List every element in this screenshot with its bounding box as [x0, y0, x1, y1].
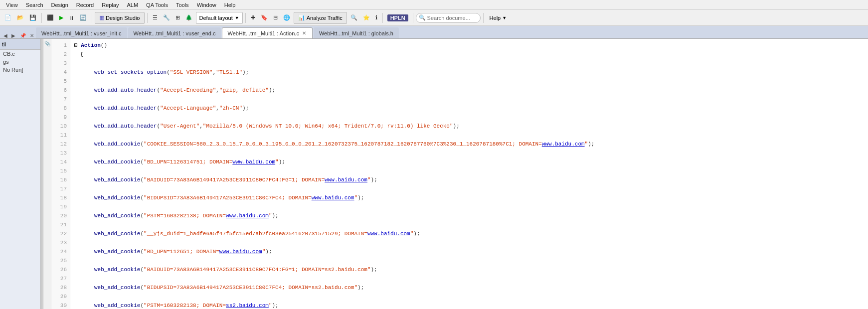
- pause-button[interactable]: ⏸: [66, 12, 77, 24]
- tree-view-button[interactable]: 🌲: [183, 12, 195, 24]
- separator-3: [147, 13, 148, 23]
- open-button[interactable]: 📂: [14, 12, 26, 24]
- bookmark-button[interactable]: 🔖: [258, 12, 270, 24]
- help-button[interactable]: Help ▼: [486, 13, 511, 22]
- line-num-11: 11: [51, 131, 70, 140]
- tab-close-action[interactable]: ✕: [301, 30, 307, 36]
- code-line-21: [74, 220, 864, 229]
- run-button[interactable]: ▶: [57, 12, 66, 24]
- left-panel-item-norun[interactable]: No Run]: [0, 66, 40, 74]
- line-num-15: 15: [51, 166, 70, 175]
- save-button[interactable]: 💾: [27, 12, 39, 24]
- new-file-button[interactable]: 📄: [2, 12, 14, 24]
- help-label: Help: [490, 15, 501, 21]
- info-button[interactable]: ℹ: [373, 12, 380, 24]
- chevron-down-icon: ▼: [235, 15, 239, 20]
- line-num-9: 9: [51, 113, 70, 122]
- tree-view-icon: 🌲: [185, 14, 192, 21]
- code-line-27: [74, 274, 864, 283]
- line-num-8: 8: [51, 104, 70, 113]
- line-num-23: 23: [51, 238, 70, 247]
- line-num-6: 6: [51, 86, 70, 95]
- code-line-11: [74, 131, 864, 140]
- code-line-9: [74, 113, 864, 122]
- line-num-26: 26: [51, 265, 70, 274]
- close-panel-icon[interactable]: ✕: [29, 33, 35, 38]
- line-num-10: 10: [51, 122, 70, 131]
- network-button[interactable]: 🌐: [281, 12, 293, 24]
- stop-button[interactable]: ⬛: [44, 12, 56, 24]
- line-num-2: 2: [51, 50, 70, 59]
- tab-vuser-end[interactable]: WebHtt...tml_Multi1 : vuser_end.c: [128, 27, 221, 38]
- left-panel-item-cb[interactable]: CB.c: [0, 50, 40, 58]
- search-input[interactable]: [416, 13, 481, 23]
- grid-button[interactable]: ⊟: [271, 12, 280, 24]
- filter-button[interactable]: 🔍: [348, 12, 360, 24]
- code-editor[interactable]: ⊟ Action() { web_set_sockets_option("SSL…: [70, 39, 868, 309]
- replay-icon: 🔄: [80, 14, 87, 21]
- separator-6: [413, 13, 413, 23]
- line-num-21: 21: [51, 220, 70, 229]
- menu-help[interactable]: Help: [220, 1, 240, 9]
- pin-icon[interactable]: 📌: [18, 33, 28, 38]
- design-studio-icon: ▦: [99, 14, 104, 21]
- menu-qa-tools[interactable]: QA Tools: [142, 1, 172, 9]
- analyze-traffic-label: Analyze Traffic: [307, 15, 343, 21]
- code-line-29: [74, 292, 864, 301]
- design-studio-label: Design Studio: [106, 15, 140, 21]
- code-line-5: [74, 77, 864, 86]
- panel-left-icon[interactable]: ◀: [2, 33, 9, 38]
- tab-action[interactable]: WebHtt...tml_Multi1 : Action.c ✕: [222, 27, 312, 38]
- main-layout: til CB.c gs No Run] 📎 1 2 3 4 5 6 7 8 9 …: [0, 39, 868, 309]
- bookmark-gutter: 📎: [43, 39, 51, 309]
- star-button[interactable]: ⭐: [360, 12, 372, 24]
- code-line-14: web_add_cookie("BD_UPN=1126314751; DOMAI…: [74, 157, 864, 166]
- line-num-16: 16: [51, 175, 70, 184]
- menu-tools[interactable]: Tools: [172, 1, 193, 9]
- line-num-20: 20: [51, 211, 70, 220]
- code-line-24: web_add_cookie("BD_UPN=112651; DOMAIN=ww…: [74, 247, 864, 256]
- code-line-28: web_add_cookie("BIDUPSID=73A83A6B149417A…: [74, 283, 864, 292]
- line-num-28: 28: [51, 283, 70, 292]
- menu-design[interactable]: Design: [47, 1, 72, 9]
- menu-replay[interactable]: Replay: [98, 1, 123, 9]
- menu-search[interactable]: Search: [22, 1, 47, 9]
- run-icon: ▶: [59, 14, 63, 21]
- tab-globals[interactable]: WebHtt...tml_Multi1 : globals.h: [314, 27, 399, 38]
- menu-view[interactable]: View: [2, 1, 22, 9]
- line-num-13: 13: [51, 149, 70, 157]
- layout-view-button[interactable]: ⊞: [173, 12, 182, 24]
- tab-bar: ◀ ▶ 📌 ✕ WebHtt...tml_Multi1 : vuser_init…: [0, 26, 868, 39]
- pause-icon: ⏸: [69, 15, 74, 21]
- layout-view-icon: ⊞: [175, 14, 180, 21]
- menu-window[interactable]: Window: [193, 1, 220, 9]
- list-view-button[interactable]: ☰: [150, 12, 160, 24]
- add-button[interactable]: ✚: [248, 12, 258, 24]
- properties-button[interactable]: 🔧: [161, 12, 173, 24]
- code-line-6: web_add_auto_header("Accept-Encoding", "…: [74, 86, 864, 95]
- line-num-24: 24: [51, 247, 70, 256]
- line-num-12: 12: [51, 140, 70, 149]
- line-num-1: 1: [51, 41, 70, 50]
- replay-button[interactable]: 🔄: [77, 12, 89, 24]
- properties-icon: 🔧: [163, 14, 170, 21]
- tab-label-action: WebHtt...tml_Multi1 : Action.c: [227, 30, 299, 36]
- menu-bar: View Search Design Record Replay ALM QA …: [0, 0, 868, 10]
- code-line-17: [74, 184, 864, 193]
- analyze-traffic-button[interactable]: 📊 Analyze Traffic: [294, 12, 347, 24]
- code-line-4: web_set_sockets_option("SSL_VERSION", "T…: [74, 68, 864, 77]
- code-line-30: web_add_cookie("PSTM=1603282138; DOMAIN=…: [74, 301, 864, 309]
- menu-alm[interactable]: ALM: [123, 1, 142, 9]
- menu-record[interactable]: Record: [72, 1, 98, 9]
- panel-right-icon[interactable]: ▶: [10, 33, 17, 38]
- code-line-20: web_add_cookie("PSTM=1603282138; DOMAIN=…: [74, 211, 864, 220]
- left-panel-item-gs[interactable]: gs: [0, 58, 40, 66]
- tab-vuser-init[interactable]: WebHtt...tml_Multi1 : vuser_init.c: [36, 27, 127, 38]
- line-num-3: 3: [51, 59, 70, 68]
- code-line-19: [74, 202, 864, 211]
- open-icon: 📂: [17, 14, 24, 21]
- code-container: 📎 1 2 3 4 5 6 7 8 9 10 11 12 13 14 15 16…: [43, 39, 868, 309]
- layout-dropdown[interactable]: Default layout ▼: [196, 12, 243, 24]
- bookmark-icon: 🔖: [261, 14, 268, 21]
- design-studio-button[interactable]: ▦ Design Studio: [95, 12, 145, 24]
